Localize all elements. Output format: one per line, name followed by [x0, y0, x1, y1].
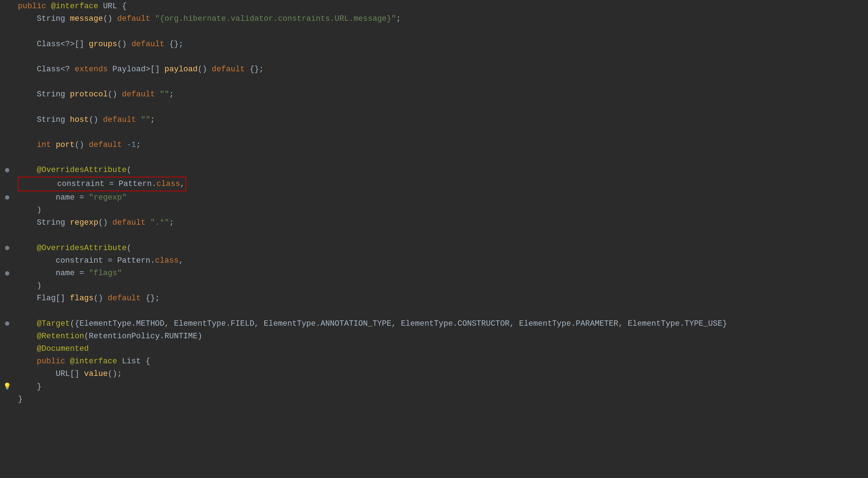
code-token: @interface [51, 0, 98, 13]
code-line [14, 151, 868, 164]
code-token: ) [18, 279, 42, 292]
code-token [122, 139, 126, 151]
code-line: 💡 } [14, 381, 868, 393]
code-token [65, 355, 70, 368]
code-token: String [18, 216, 70, 229]
code-line [14, 25, 868, 38]
code-token: (); [108, 368, 122, 380]
code-token: constraint = Pattern. [19, 180, 156, 188]
code-token: Class<? [18, 63, 74, 76]
lightbulb-icon[interactable]: 💡 [3, 382, 11, 392]
code-token [18, 139, 37, 151]
code-line: public @interface List { [14, 355, 868, 368]
code-token: protocol [70, 88, 108, 101]
code-token: ; [136, 139, 141, 151]
code-token: "" [160, 88, 169, 101]
code-token [18, 164, 37, 176]
code-line: public @interface URL { [14, 0, 868, 13]
code-token: default [89, 139, 122, 151]
code-token: default [103, 114, 136, 126]
code-token: port [56, 139, 75, 151]
code-token [18, 355, 37, 368]
code-token: () [103, 13, 117, 25]
breakpoint-dot-icon[interactable] [5, 246, 9, 250]
code-token: payload [164, 63, 197, 76]
code-token [155, 88, 160, 101]
code-token: groups [89, 38, 117, 51]
code-token: URL[] [18, 368, 84, 380]
code-line: int port() default -1; [14, 139, 868, 151]
code-token: default [212, 63, 245, 76]
code-token [150, 13, 155, 25]
code-token: {}; [141, 292, 160, 305]
code-token: "regexp" [89, 191, 127, 204]
code-token: ; [150, 114, 155, 126]
breakpoint-dot-icon[interactable] [5, 168, 9, 172]
code-token [18, 317, 37, 330]
code-token [18, 330, 37, 343]
code-token [145, 216, 150, 229]
code-token: "" [141, 114, 150, 126]
code-line [14, 126, 868, 139]
code-token: default [112, 216, 145, 229]
code-token [18, 242, 37, 254]
code-line [14, 76, 868, 88]
code-token: ( [127, 242, 131, 254]
code-line: @Documented [14, 343, 868, 355]
breakpoint-dot-icon[interactable] [5, 321, 9, 326]
code-token: String [18, 88, 70, 101]
code-token: regexp [70, 216, 98, 229]
code-token: Class<?>[] [18, 38, 89, 51]
code-token: , [180, 180, 185, 188]
code-token: constraint = Pattern. [18, 254, 155, 267]
code-token: ) [18, 204, 42, 216]
code-token: , [179, 254, 183, 267]
code-token: flags [70, 292, 93, 305]
code-token: Payload>[] [108, 63, 164, 76]
code-token: ".*" [150, 216, 169, 229]
code-token: {}; [164, 38, 183, 51]
code-line: String protocol() default ""; [14, 88, 868, 101]
code-line [14, 229, 868, 242]
code-line: Class<? extends Payload>[] payload() def… [14, 63, 868, 76]
code-line: Class<?>[] groups() default {}; [14, 38, 868, 51]
code-token: default [108, 292, 141, 305]
code-line: URL[] value(); [14, 368, 868, 380]
code-token: default [131, 38, 164, 51]
code-token: ( [127, 164, 131, 176]
code-line: String regexp() default ".*"; [14, 216, 868, 229]
code-token: default [122, 88, 155, 101]
code-line: String message() default "{org.hibernate… [14, 13, 868, 25]
code-token: message [70, 13, 103, 25]
code-token: @Target [37, 317, 70, 330]
code-token: @Retention [37, 330, 84, 343]
code-token: @OverridesAttribute [37, 164, 127, 176]
code-token: int [37, 139, 51, 151]
code-token: List { [117, 355, 150, 368]
breakpoint-dot-icon[interactable] [5, 271, 9, 276]
code-line: constraint = Pattern.class, [14, 254, 868, 267]
code-token: } [18, 381, 42, 393]
code-token: extends [74, 63, 107, 76]
code-token: ({ElementType.METHOD, ElementType.FIELD,… [70, 317, 727, 330]
code-token: () [93, 292, 108, 305]
code-token: "flags" [89, 267, 122, 279]
code-token: String [18, 13, 70, 25]
code-token: } [18, 393, 23, 406]
code-token: @OverridesAttribute [37, 242, 127, 254]
code-line: @Retention(RetentionPolicy.RUNTIME) [14, 330, 868, 343]
code-line: @OverridesAttribute( [14, 242, 868, 254]
code-token: @interface [70, 355, 117, 368]
code-token: () [74, 139, 89, 151]
code-line: String host() default ""; [14, 114, 868, 126]
code-token: ; [169, 88, 174, 101]
code-token: {}; [245, 63, 264, 76]
code-line [14, 101, 868, 114]
code-token: @Documented [37, 343, 89, 355]
code-token: "{org.hibernate.validator.constraints.UR… [155, 13, 396, 25]
breakpoint-dot-icon[interactable] [5, 195, 9, 200]
code-token: host [70, 114, 89, 126]
code-line: name = "regexp" [14, 191, 868, 204]
code-line: constraint = Pattern.class, [14, 177, 868, 191]
code-token: class [155, 254, 179, 267]
